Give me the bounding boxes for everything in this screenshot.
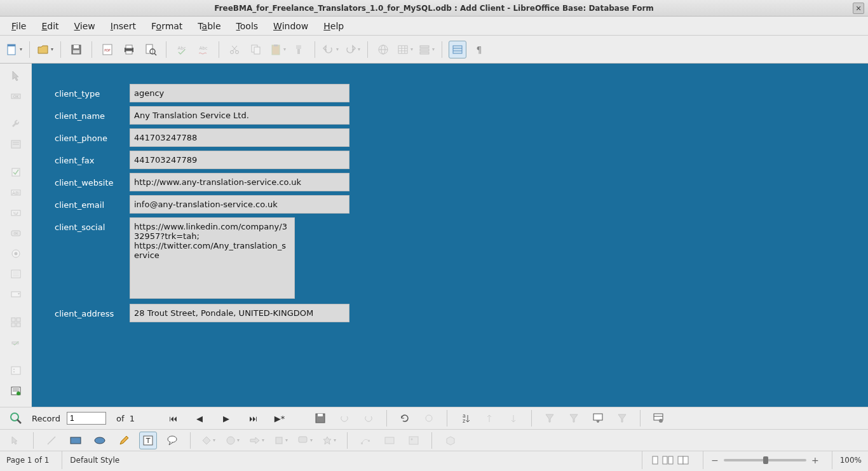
undo-icon <box>322 43 335 56</box>
svg-rect-96 <box>653 456 658 464</box>
textbox-tool: ABI <box>6 184 25 201</box>
menu-format[interactable]: Format <box>145 18 189 34</box>
sort-button[interactable]: az <box>456 409 474 427</box>
menu-view[interactable]: View <box>68 18 102 34</box>
refresh-button[interactable] <box>396 409 414 427</box>
input-client-website[interactable] <box>130 173 349 191</box>
spellcheck-button: Abc <box>173 41 191 58</box>
svg-rect-78 <box>593 414 602 420</box>
menu-edit[interactable]: Edit <box>35 18 65 34</box>
menu-insert[interactable]: Insert <box>104 18 142 34</box>
field-list-icon <box>10 385 22 397</box>
first-record-button[interactable]: ⏮ <box>166 412 179 425</box>
zoom-in-icon[interactable]: + <box>811 455 819 465</box>
callout-icon <box>166 435 179 446</box>
save-button[interactable] <box>67 41 85 58</box>
svg-rect-28 <box>398 46 407 53</box>
view-layout-buttons[interactable] <box>642 451 691 469</box>
copy-button <box>247 41 265 58</box>
svg-rect-21 <box>272 45 280 55</box>
sort-asc-button <box>480 409 498 427</box>
row-client-fax: client_fax <box>55 151 845 169</box>
svg-line-82 <box>48 437 55 444</box>
svg-rect-62 <box>17 323 20 327</box>
svg-text:Abc: Abc <box>199 46 207 51</box>
menu-tools[interactable]: Tools <box>230 18 265 34</box>
pencil-icon <box>118 435 130 446</box>
content-area: OK ABI %F OK client_type client_name cli… <box>0 64 868 407</box>
ellipse-tool[interactable] <box>91 432 109 449</box>
listbox-tool <box>6 266 25 282</box>
menu-file[interactable]: File <box>5 18 32 34</box>
single-page-icon <box>650 456 660 465</box>
print-button[interactable] <box>120 41 138 58</box>
menu-insert-label: nsert <box>113 21 136 31</box>
menu-table[interactable]: Table <box>191 18 227 34</box>
zoom-thumb[interactable] <box>763 456 768 464</box>
rectangle-tool[interactable] <box>67 432 85 449</box>
input-client-social[interactable] <box>130 217 295 299</box>
label-client-phone: client_phone <box>55 128 130 143</box>
close-button[interactable]: ✕ <box>853 3 864 14</box>
next-record-button[interactable]: ▶ <box>220 412 233 425</box>
input-client-email[interactable] <box>130 195 349 214</box>
add-field-button[interactable] <box>6 383 25 399</box>
zoom-control[interactable]: − + <box>703 451 818 469</box>
open-button[interactable]: ▾ <box>36 41 54 58</box>
last-record-button[interactable]: ⏭ <box>247 412 259 425</box>
rectangle-icon <box>69 435 82 446</box>
form-filter-button[interactable] <box>589 409 607 427</box>
svg-text:¶: ¶ <box>477 44 482 55</box>
zoom-out-icon[interactable]: − <box>711 455 719 465</box>
nonprinting-chars-button[interactable]: ¶ <box>470 41 488 58</box>
more-controls-button <box>6 314 25 331</box>
arrow-shapes-tool: ▾ <box>248 432 266 449</box>
menu-window[interactable]: Window <box>267 18 315 34</box>
textbox-draw-tool[interactable]: T <box>139 432 157 449</box>
svg-rect-20 <box>254 47 260 54</box>
data-sources-button[interactable] <box>449 41 466 58</box>
input-client-type[interactable] <box>130 84 349 102</box>
more-icon <box>10 317 22 328</box>
svg-text:PDF: PDF <box>104 48 111 52</box>
separator <box>386 410 387 427</box>
book-page-icon <box>677 456 690 465</box>
autofilter-button <box>541 409 559 427</box>
funnel-check-icon <box>569 413 579 424</box>
save-record-button[interactable] <box>311 409 329 427</box>
arrow-cursor-icon <box>10 70 22 81</box>
export-pdf-button[interactable]: PDF <box>98 41 116 58</box>
form-navigator-button <box>6 362 25 379</box>
new-document-button[interactable]: ▾ <box>5 41 23 58</box>
find-record-button[interactable] <box>6 409 25 428</box>
zoom-slider[interactable] <box>724 459 806 461</box>
input-client-phone[interactable] <box>130 128 349 147</box>
new-record-button[interactable]: ▶* <box>273 412 286 425</box>
control-properties-button <box>6 116 25 132</box>
row-client-email: client_email <box>55 195 845 214</box>
svg-rect-22 <box>274 44 278 46</box>
menu-file-label: ile <box>16 21 26 31</box>
edit-points-icon <box>360 435 371 446</box>
smiley-icon <box>226 435 236 446</box>
form-canvas[interactable]: client_type client_name client_phone cli… <box>32 64 868 407</box>
svg-text:%F: %F <box>13 211 19 215</box>
record-tools: az <box>311 409 667 427</box>
wrench-icon <box>10 118 22 130</box>
floppy-icon <box>70 43 83 56</box>
callout-tool[interactable] <box>163 432 181 449</box>
prev-record-button[interactable]: ◀ <box>193 412 206 425</box>
input-client-fax[interactable] <box>130 151 349 169</box>
menu-help[interactable]: Help <box>317 18 350 34</box>
svg-rect-98 <box>668 456 673 464</box>
line-icon <box>46 435 57 446</box>
print-preview-button[interactable] <box>142 41 159 58</box>
freeform-tool[interactable] <box>115 432 133 449</box>
zoom-percent[interactable]: 100% <box>832 451 862 469</box>
extrusion-tool <box>441 432 459 449</box>
record-number-input[interactable] <box>67 412 106 425</box>
input-client-address[interactable] <box>130 304 349 322</box>
svg-rect-1 <box>8 44 15 46</box>
data-to-text-button[interactable] <box>649 409 667 427</box>
input-client-name[interactable] <box>130 106 349 125</box>
